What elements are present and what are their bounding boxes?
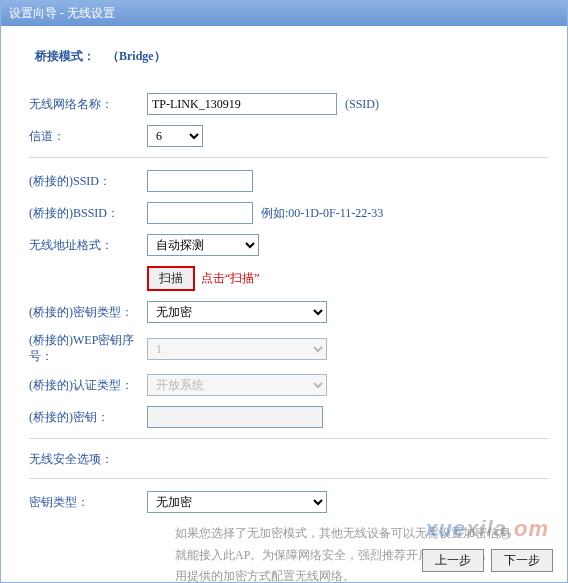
bridge-mode-label: 桥接模式： <box>35 49 95 63</box>
enc-type-label: 密钥类型： <box>29 494 147 511</box>
scan-hint: 点击“扫描” <box>201 270 260 287</box>
row-addr-format: 无线地址格式： 自动探测 <box>29 234 549 256</box>
wep-index-label: (桥接的)WEP密钥序号： <box>29 333 147 364</box>
key-type-label: (桥接的)密钥类型： <box>29 304 147 321</box>
row-bridge-ssid: (桥接的)SSID： <box>29 170 549 192</box>
addr-format-select[interactable]: 自动探测 <box>147 234 259 256</box>
channel-label: 信道： <box>29 128 147 145</box>
row-key: (桥接的)密钥： <box>29 406 549 428</box>
ssid-input[interactable] <box>147 93 337 115</box>
divider-3 <box>29 478 549 479</box>
scan-button[interactable]: 扫描 <box>147 266 195 291</box>
row-auth-type: (桥接的)认证类型： 开放系统 <box>29 374 549 396</box>
row-key-type: (桥接的)密钥类型： 无加密 <box>29 301 549 323</box>
bridge-bssid-label: (桥接的)BSSID： <box>29 205 147 222</box>
auth-type-select: 开放系统 <box>147 374 327 396</box>
auth-type-label: (桥接的)认证类型： <box>29 377 147 394</box>
footer-buttons: 上一步 下一步 <box>418 549 553 572</box>
divider-2 <box>29 438 549 439</box>
channel-select[interactable]: 6 <box>147 125 203 147</box>
row-ssid: 无线网络名称： (SSID) <box>29 93 549 115</box>
row-bridge-bssid: (桥接的)BSSID： 例如:00-1D-0F-11-22-33 <box>29 202 549 224</box>
bridge-bssid-input[interactable] <box>147 202 253 224</box>
divider-1 <box>29 157 549 158</box>
wizard-window: 设置向导 - 无线设置 桥接模式： （Bridge） 无线网络名称： (SSID… <box>0 0 568 583</box>
security-options-label: 无线安全选项： <box>29 451 113 468</box>
bridge-mode-line: 桥接模式： （Bridge） <box>35 48 549 65</box>
prev-button[interactable]: 上一步 <box>422 549 484 572</box>
key-type-select[interactable]: 无加密 <box>147 301 327 323</box>
ssid-label: 无线网络名称： <box>29 96 147 113</box>
bridge-ssid-label: (桥接的)SSID： <box>29 173 147 190</box>
key-label: (桥接的)密钥： <box>29 409 147 426</box>
row-channel: 信道： 6 <box>29 125 549 147</box>
ssid-after: (SSID) <box>345 97 379 112</box>
wep-index-select: 1 <box>147 338 327 360</box>
enc-type-select[interactable]: 无加密 <box>147 491 327 513</box>
addr-format-label: 无线地址格式： <box>29 237 147 254</box>
bssid-example: 例如:00-1D-0F-11-22-33 <box>261 205 383 222</box>
next-button[interactable]: 下一步 <box>491 549 553 572</box>
row-scan: 扫描 点击“扫描” <box>29 266 549 291</box>
bridge-mode-value: （Bridge） <box>107 49 166 63</box>
title-bar: 设置向导 - 无线设置 <box>1 1 567 26</box>
row-wep-index: (桥接的)WEP密钥序号： 1 <box>29 333 549 364</box>
content-area: 桥接模式： （Bridge） 无线网络名称： (SSID) 信道： 6 (桥接的… <box>1 26 567 583</box>
window-title: 设置向导 - 无线设置 <box>9 6 115 20</box>
key-input <box>147 406 323 428</box>
bridge-ssid-input[interactable] <box>147 170 253 192</box>
row-security-options: 无线安全选项： <box>29 451 549 468</box>
row-enc-type: 密钥类型： 无加密 <box>29 491 549 513</box>
